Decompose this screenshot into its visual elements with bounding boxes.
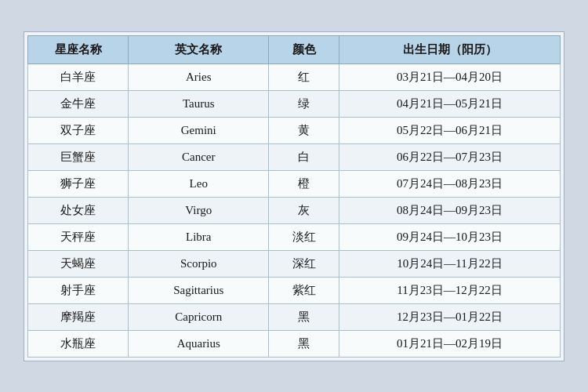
cell-date: 01月21日—02月19日 (339, 330, 561, 357)
cell-chinese-name: 摩羯座 (28, 303, 129, 330)
cell-english-name: Leo (129, 170, 269, 197)
table-row: 巨蟹座Cancer白06月22日—07月23日 (28, 143, 561, 170)
table-row: 摩羯座Capricorn黑12月23日—01月22日 (28, 303, 561, 330)
cell-date: 06月22日—07月23日 (339, 143, 561, 170)
cell-color: 黑 (269, 330, 339, 357)
cell-english-name: Capricorn (129, 303, 269, 330)
cell-color: 白 (269, 143, 339, 170)
cell-color: 深红 (269, 250, 339, 277)
cell-chinese-name: 天秤座 (28, 223, 129, 250)
table-row: 金牛座Taurus绿04月21日—05月21日 (28, 90, 561, 117)
cell-date: 12月23日—01月22日 (339, 303, 561, 330)
cell-chinese-name: 狮子座 (28, 170, 129, 197)
cell-color: 红 (269, 64, 339, 90)
table-row: 双子座Gemini黄05月22日—06月21日 (28, 117, 561, 143)
cell-english-name: Sagittarius (129, 277, 269, 303)
cell-english-name: Scorpio (129, 250, 269, 277)
cell-english-name: Cancer (129, 143, 269, 170)
cell-color: 橙 (269, 170, 339, 197)
cell-chinese-name: 白羊座 (28, 64, 129, 90)
cell-chinese-name: 处女座 (28, 197, 129, 223)
cell-english-name: Virgo (129, 197, 269, 223)
cell-chinese-name: 金牛座 (28, 90, 129, 117)
cell-english-name: Libra (129, 223, 269, 250)
cell-date: 11月23日—12月22日 (339, 277, 561, 303)
table-row: 水瓶座Aquarius黑01月21日—02月19日 (28, 330, 561, 357)
zodiac-table: 星座名称 英文名称 颜色 出生日期（阳历） 白羊座Aries红03月21日—04… (27, 35, 561, 358)
cell-color: 紫红 (269, 277, 339, 303)
header-chinese-name: 星座名称 (28, 35, 129, 64)
cell-english-name: Aries (129, 64, 269, 90)
cell-chinese-name: 双子座 (28, 117, 129, 143)
cell-chinese-name: 巨蟹座 (28, 143, 129, 170)
cell-date: 10月24日—11月22日 (339, 250, 561, 277)
table-row: 天蝎座Scorpio深红10月24日—11月22日 (28, 250, 561, 277)
table-body: 白羊座Aries红03月21日—04月20日金牛座Taurus绿04月21日—0… (28, 64, 561, 357)
cell-color: 黄 (269, 117, 339, 143)
cell-date: 03月21日—04月20日 (339, 64, 561, 90)
cell-color: 灰 (269, 197, 339, 223)
table-row: 处女座Virgo灰08月24日—09月23日 (28, 197, 561, 223)
cell-english-name: Taurus (129, 90, 269, 117)
cell-date: 05月22日—06月21日 (339, 117, 561, 143)
header-english-name: 英文名称 (129, 35, 269, 64)
cell-date: 09月24日—10月23日 (339, 223, 561, 250)
cell-color: 淡红 (269, 223, 339, 250)
table-row: 天秤座Libra淡红09月24日—10月23日 (28, 223, 561, 250)
cell-date: 08月24日—09月23日 (339, 197, 561, 223)
table-row: 白羊座Aries红03月21日—04月20日 (28, 64, 561, 90)
table-row: 狮子座Leo橙07月24日—08月23日 (28, 170, 561, 197)
cell-date: 04月21日—05月21日 (339, 90, 561, 117)
table-row: 射手座Sagittarius紫红11月23日—12月22日 (28, 277, 561, 303)
cell-chinese-name: 射手座 (28, 277, 129, 303)
cell-chinese-name: 水瓶座 (28, 330, 129, 357)
table-header-row: 星座名称 英文名称 颜色 出生日期（阳历） (28, 35, 561, 64)
zodiac-table-container: 星座名称 英文名称 颜色 出生日期（阳历） 白羊座Aries红03月21日—04… (24, 31, 564, 361)
cell-english-name: Aquarius (129, 330, 269, 357)
header-date: 出生日期（阳历） (339, 35, 561, 64)
cell-color: 绿 (269, 90, 339, 117)
cell-color: 黑 (269, 303, 339, 330)
cell-chinese-name: 天蝎座 (28, 250, 129, 277)
cell-english-name: Gemini (129, 117, 269, 143)
cell-date: 07月24日—08月23日 (339, 170, 561, 197)
header-color: 颜色 (269, 35, 339, 64)
